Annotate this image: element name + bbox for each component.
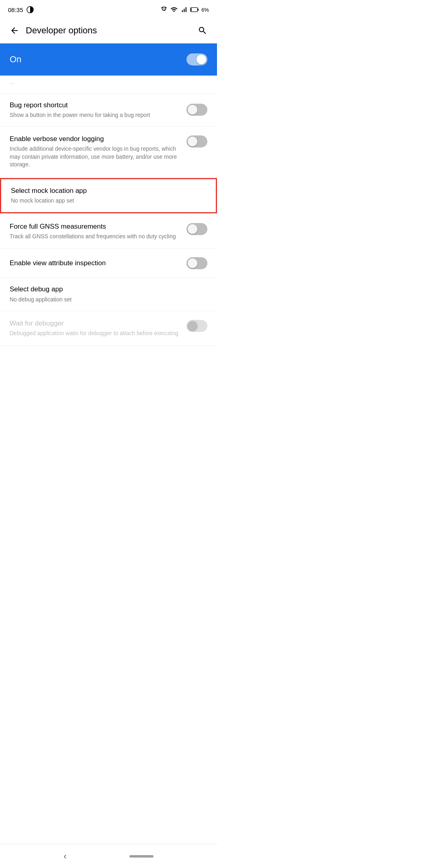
bug-report-subtitle: Show a button in the power menu for taki…	[10, 111, 180, 119]
on-banner: On	[0, 43, 217, 76]
bug-report-item[interactable]: Bug report shortcut Show a button in the…	[0, 94, 217, 127]
view-attribute-toggle[interactable]	[186, 257, 207, 269]
bug-report-title: Bug report shortcut	[10, 101, 180, 110]
time-display: 08:35	[8, 6, 23, 13]
debug-app-item[interactable]: Select debug app No debug application se…	[0, 278, 217, 311]
verbose-logging-subtitle: Include additional device-specific vendo…	[10, 145, 180, 169]
svg-rect-2	[198, 8, 199, 10]
bug-report-text: Bug report shortcut Show a button in the…	[10, 101, 186, 119]
svg-rect-3	[191, 8, 192, 11]
debug-app-title: Select debug app	[10, 285, 201, 294]
wait-debugger-item[interactable]: Wait for debugger Debugged application w…	[0, 311, 217, 346]
alarm-icon	[160, 6, 168, 13]
wait-debugger-subtitle: Debugged application waits for debugger …	[10, 330, 180, 338]
signal-icon	[180, 6, 188, 13]
wait-debugger-toggle-thumb	[188, 321, 197, 331]
verbose-logging-item[interactable]: Enable verbose vendor logging Include ad…	[0, 127, 217, 177]
gnss-item[interactable]: Force full GNSS measurements Track all G…	[0, 214, 217, 249]
mock-location-item[interactable]: Select mock location app No mock locatio…	[0, 178, 217, 213]
half-circle-icon	[27, 6, 34, 13]
partial-title: ...	[10, 78, 201, 86]
gnss-text: Force full GNSS measurements Track all G…	[10, 222, 186, 241]
battery-percent: 6%	[201, 7, 209, 13]
wait-debugger-title: Wait for debugger	[10, 319, 180, 328]
gnss-title: Force full GNSS measurements	[10, 222, 180, 231]
developer-options-toggle[interactable]	[186, 53, 207, 66]
partial-top-item: ...	[0, 76, 217, 94]
battery-icon	[190, 7, 199, 12]
bug-report-toggle[interactable]	[186, 104, 207, 116]
on-label: On	[10, 54, 21, 65]
verbose-logging-toggle-thumb	[188, 137, 197, 146]
mock-location-title: Select mock location app	[11, 186, 200, 195]
gnss-toggle-thumb	[188, 224, 197, 234]
view-attribute-text: Enable view attribute inspection	[10, 259, 186, 268]
wifi-icon	[170, 6, 178, 13]
view-attribute-title: Enable view attribute inspection	[10, 259, 180, 268]
verbose-logging-toggle[interactable]	[186, 135, 207, 147]
debug-app-text: Select debug app No debug application se…	[10, 285, 207, 303]
status-bar: 08:35 6%	[0, 0, 217, 18]
search-button[interactable]	[194, 23, 211, 39]
app-bar: Developer options	[0, 18, 217, 43]
view-attribute-item[interactable]: Enable view attribute inspection	[0, 249, 217, 278]
wait-debugger-text: Wait for debugger Debugged application w…	[10, 319, 186, 338]
settings-list: ... Bug report shortcut Show a button in…	[0, 76, 217, 346]
view-attribute-toggle-thumb	[188, 258, 197, 268]
wait-debugger-toggle[interactable]	[186, 320, 207, 332]
page-title: Developer options	[26, 25, 194, 36]
toggle-thumb	[197, 55, 206, 64]
gnss-toggle[interactable]	[186, 223, 207, 235]
mock-location-text: Select mock location app No mock locatio…	[11, 186, 206, 205]
mock-location-subtitle: No mock location app set	[11, 197, 200, 205]
debug-app-subtitle: No debug application set	[10, 296, 201, 304]
gnss-subtitle: Track all GNSS constellations and freque…	[10, 233, 180, 241]
verbose-logging-text: Enable verbose vendor logging Include ad…	[10, 135, 186, 169]
verbose-logging-title: Enable verbose vendor logging	[10, 135, 180, 143]
back-button[interactable]	[6, 23, 23, 39]
